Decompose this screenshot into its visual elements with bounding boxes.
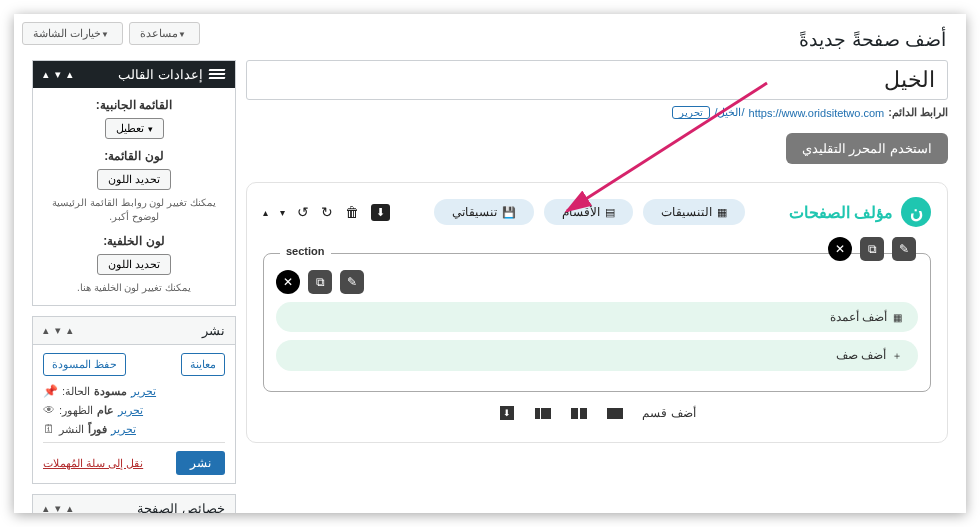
permalink-label: الرابط الدائم: — [888, 106, 948, 119]
layout-download-icon[interactable]: ⬇ — [498, 406, 516, 420]
widget-down-icon[interactable]: ▾ — [55, 324, 61, 337]
duplicate-row-icon[interactable]: ⧉ — [308, 270, 332, 294]
widget-down-icon[interactable]: ▾ — [55, 68, 61, 81]
widget-toggle-icon[interactable]: ▴ — [43, 502, 49, 513]
publish-button[interactable]: نشر — [176, 451, 225, 475]
sections-icon: ▤ — [605, 206, 615, 219]
widget-up-icon[interactable]: ▴ — [67, 68, 73, 81]
side-menu-toggle[interactable]: ▾تعطيل — [105, 118, 164, 139]
permalink-edit-button[interactable]: تحرير — [672, 106, 710, 119]
bg-color-help: يمكنك تغيير لون الخلفية هنا. — [45, 281, 223, 295]
calendar-icon: 🗓 — [43, 422, 55, 436]
move-to-trash-link[interactable]: نقل إلى سلة المُهملات — [43, 457, 143, 470]
widget-toggle-icon[interactable]: ▴ — [43, 68, 49, 81]
tab-myformats[interactable]: 💾تنسيقاتي — [434, 199, 534, 225]
builder-brand-label: مؤلف الصفحات — [789, 203, 893, 222]
help-button[interactable]: ▼مساعدة — [129, 22, 200, 45]
add-row-button[interactable]: ＋أضف صف — [276, 340, 918, 371]
duplicate-section-icon[interactable]: ⧉ — [860, 237, 884, 261]
close-row-icon[interactable]: ✕ — [276, 270, 300, 294]
screen-options-label: خيارات الشاشة — [33, 27, 101, 39]
widget-icon — [209, 69, 225, 81]
chevron-down-icon[interactable]: ▾ — [280, 207, 285, 218]
permalink-base[interactable]: https://www.oridsitetwo.com — [749, 107, 885, 119]
widget-toggle-icon[interactable]: ▴ — [43, 324, 49, 337]
edit-status-link[interactable]: تحرير — [131, 385, 156, 398]
menu-color-button[interactable]: تحديد اللون — [97, 169, 171, 190]
widget-down-icon[interactable]: ▾ — [55, 502, 61, 513]
columns-icon: ▦ — [893, 312, 902, 323]
side-menu-label: القائمة الجانبية: — [45, 98, 223, 112]
builder-section: section ✎ ⧉ ✕ ✎ ⧉ ✕ ▦أضف أعمدة ＋أضف صف — [263, 253, 931, 392]
page-title: أضف صفحةً جديدةً — [799, 28, 946, 51]
edit-row-icon[interactable]: ✎ — [340, 270, 364, 294]
builder-logo-icon: ن — [901, 197, 931, 227]
add-columns-button[interactable]: ▦أضف أعمدة — [276, 302, 918, 332]
close-section-icon[interactable]: ✕ — [828, 237, 852, 261]
publish-widget: نشر ▴▾▴ معاينة حفظ المسودة تحرير مسودة ا… — [32, 316, 236, 484]
layout-full-icon[interactable] — [606, 406, 624, 420]
chevron-up-icon[interactable]: ▴ — [263, 207, 268, 218]
help-label: مساعدة — [140, 27, 178, 39]
download-icon[interactable]: ⬇ — [371, 204, 390, 221]
layout-half-icon[interactable] — [570, 406, 588, 420]
widget-up-icon[interactable]: ▴ — [67, 502, 73, 513]
tab-sections[interactable]: ▤الأقسام — [544, 199, 633, 225]
edit-visibility-link[interactable]: تحرير — [118, 404, 143, 417]
page-builder-panel: ن مؤلف الصفحات ▦التنسيقات ▤الأقسام 💾تنسي… — [246, 182, 948, 443]
undo-icon[interactable]: ↺ — [297, 204, 309, 220]
tab-formats[interactable]: ▦التنسيقات — [643, 199, 745, 225]
permalink-row: الرابط الدائم: https://www.oridsitetwo.c… — [246, 106, 948, 119]
plus-icon: ＋ — [892, 350, 902, 361]
eye-icon: 👁 — [43, 403, 55, 417]
menu-color-help: يمكنك تغيير لون روابط القائمة الرئيسية ل… — [45, 196, 223, 224]
template-widget-title: إعدادات القالب — [118, 67, 203, 82]
pin-icon: 📌 — [43, 384, 58, 398]
publish-widget-title: نشر — [202, 323, 225, 338]
add-section-label: أضف قسم — [642, 406, 695, 420]
classic-editor-button[interactable]: استخدم المحرر التقليدي — [786, 133, 948, 164]
svg-line-0 — [567, 83, 767, 211]
bg-color-label: لون الخلفية: — [45, 234, 223, 248]
template-settings-widget: إعدادات القالب ▴▾▴ القائمة الجانبية: ▾تع… — [32, 60, 236, 306]
edit-schedule-link[interactable]: تحرير — [111, 423, 136, 436]
widget-up-icon[interactable]: ▴ — [67, 324, 73, 337]
page-attributes-title: خصائص الصفحة — [137, 501, 225, 513]
menu-color-label: لون القائمة: — [45, 149, 223, 163]
screen-options-button[interactable]: ▼خيارات الشاشة — [22, 22, 123, 45]
edit-section-icon[interactable]: ✎ — [892, 237, 916, 261]
section-legend: section — [280, 245, 331, 257]
redo-icon[interactable]: ↻ — [321, 204, 333, 220]
bg-color-button[interactable]: تحديد اللون — [97, 254, 171, 275]
trash-icon[interactable]: 🗑 — [345, 204, 359, 220]
save-icon: 💾 — [502, 206, 516, 219]
layout-third-icon[interactable] — [534, 406, 552, 420]
layout-icon: ▦ — [717, 206, 727, 219]
save-draft-button[interactable]: حفظ المسودة — [43, 353, 126, 376]
page-attributes-widget: خصائص الصفحة ▴▾▴ — [32, 494, 236, 513]
permalink-slug[interactable]: /الخيل/ — [714, 106, 744, 119]
page-title-input[interactable] — [246, 60, 948, 100]
preview-button[interactable]: معاينة — [181, 353, 225, 376]
